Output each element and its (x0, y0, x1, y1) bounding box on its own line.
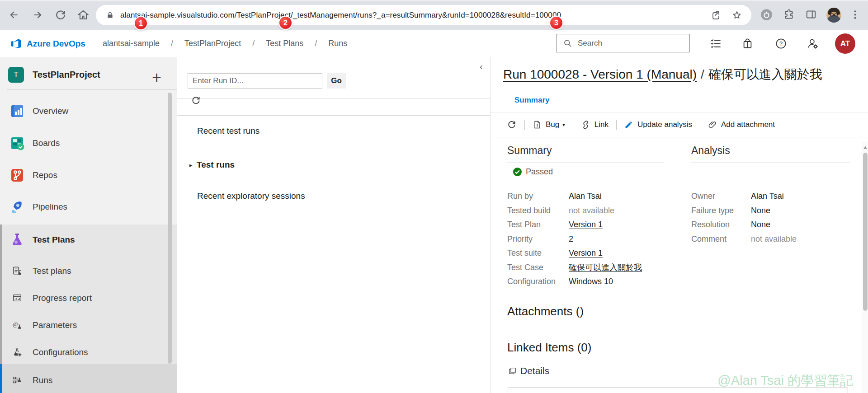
field-row: Tested buildnot available (507, 204, 642, 218)
extensions-puzzle-icon[interactable] (783, 9, 795, 20)
update-analysis-button[interactable]: Update analysis (624, 120, 692, 129)
tab-summary[interactable]: Summary (514, 96, 549, 105)
go-button[interactable]: Go (327, 73, 346, 89)
list-group-test-runs[interactable]: Test runs (197, 160, 235, 170)
sidebar-item-runs[interactable]: Runs (0, 365, 177, 393)
outcome-label: Passed (526, 167, 553, 177)
url-bar[interactable]: alantsai-sample.visualstudio.com/TestPla… (96, 5, 751, 25)
sidebar-item-configurations[interactable]: Configurations (0, 337, 177, 368)
work-items-list-icon[interactable] (710, 37, 722, 50)
test-plan-link[interactable]: Version 1 (569, 220, 603, 229)
bug-button-label: Bug (546, 120, 559, 129)
breadcrumb-separator: / (171, 39, 173, 48)
sidebar-item-test-plans[interactable]: Test Plans (0, 224, 177, 256)
search-box[interactable] (556, 34, 690, 52)
boards-icon (9, 135, 25, 151)
details-expander[interactable]: Details (508, 365, 549, 376)
field-row: ConfigurationWindows 10 (507, 275, 642, 289)
account-avatar[interactable]: AT (835, 33, 855, 54)
field-label: Test Case (507, 263, 569, 272)
link-button[interactable]: Link (581, 120, 609, 130)
collapse-panel-icon[interactable]: ‹ (480, 61, 483, 72)
extension-disc-icon[interactable] (760, 9, 772, 20)
sidebar-item-repos[interactable]: Repos (0, 159, 177, 191)
sidebar-item-label: Pipelines (33, 202, 67, 212)
svg-text:?: ? (779, 40, 783, 47)
refresh-runs-icon[interactable] (191, 95, 201, 106)
azure-devops-header: Azure DevOps alantsai-sample / TestPlanP… (0, 30, 868, 57)
forward-icon[interactable] (32, 9, 43, 21)
side-panel-icon[interactable] (805, 9, 817, 20)
watermark: @Alan Tsai 的學習筆記 (717, 372, 853, 390)
project-name: TestPlanProject (33, 70, 100, 80)
field-row: Run byAlan Tsai (507, 189, 642, 204)
sidebar-item-label: Test Plans (33, 235, 75, 245)
runs-icon (12, 375, 23, 386)
browser-profile-avatar[interactable] (826, 8, 841, 23)
chevron-down-icon: ▾ (562, 122, 565, 128)
breadcrumb-test-plans[interactable]: Test Plans (266, 39, 303, 48)
field-value: Windows 10 (569, 277, 613, 286)
test-suite-link[interactable]: Version 1 (569, 248, 603, 258)
browser-chrome: alantsai-sample.visualstudio.com/TestPla… (0, 0, 868, 31)
add-attachment-label: Add attachment (721, 120, 775, 129)
pipelines-icon (9, 199, 25, 215)
svg-text:@: @ (13, 321, 18, 328)
link-button-label: Link (594, 120, 609, 129)
breadcrumb-project[interactable]: TestPlanProject (184, 39, 241, 48)
marketplace-bag-icon[interactable] (741, 37, 754, 50)
divider (7, 89, 177, 90)
sidebar-item-label: Progress report (33, 293, 92, 303)
test-case-link[interactable]: 確保可以進入關於我 (569, 262, 642, 273)
breadcrumb-runs[interactable]: Runs (328, 39, 347, 48)
run-id-input[interactable] (188, 73, 322, 89)
back-icon[interactable] (8, 9, 20, 21)
bug-button[interactable]: Bug ▾ (533, 120, 565, 129)
result-scrollbar-thumb[interactable] (863, 153, 868, 311)
help-icon[interactable]: ? (775, 37, 787, 50)
test-plans-doc-icon (12, 266, 23, 276)
azure-devops-home-link[interactable]: Azure DevOps (10, 30, 85, 57)
expander-triangle-icon[interactable]: ▸ (189, 162, 193, 168)
project-sidebar: T TestPlanProject + Overview Boards Repo… (0, 57, 177, 393)
add-project-button[interactable]: + (152, 73, 161, 82)
list-item-recent-test-runs[interactable]: Recent test runs (197, 126, 259, 136)
field-label: Priority (507, 234, 569, 244)
paperclip-icon (708, 120, 717, 129)
search-input[interactable] (577, 38, 669, 48)
reload-icon[interactable] (55, 9, 66, 21)
scrollbar-up-arrow-icon[interactable] (863, 146, 867, 149)
sidebar-item-boards[interactable]: Boards (0, 127, 177, 159)
browser-menu-kebab-icon[interactable] (849, 9, 861, 21)
field-value: Alan Tsai (569, 192, 602, 201)
list-item-recent-exploratory-sessions[interactable]: Recent exploratory sessions (197, 191, 305, 201)
divider (177, 98, 490, 98)
field-row: Test Case確保可以進入關於我 (507, 261, 642, 275)
overview-icon (9, 103, 25, 119)
share-icon[interactable] (710, 10, 721, 21)
field-value: not available (751, 234, 797, 244)
breadcrumb-org[interactable]: alantsai-sample (103, 39, 160, 48)
annotation-badge-2: 2 (279, 17, 292, 29)
run-title-link[interactable]: Run 1000028 - Version 1 (Manual) (503, 67, 697, 81)
home-icon[interactable] (77, 9, 89, 21)
search-icon (563, 38, 572, 48)
summary-fields: Run byAlan Tsai Tested buildnot availabl… (507, 189, 642, 289)
project-header: T TestPlanProject (8, 67, 100, 83)
annotation-badge-1: 1 (135, 17, 147, 29)
outcome-row: Passed (513, 167, 553, 177)
sidebar-item-pipelines[interactable]: Pipelines (0, 191, 177, 223)
add-attachment-button[interactable]: Add attachment (708, 120, 775, 129)
user-settings-icon[interactable] (807, 37, 819, 50)
breadcrumb-separator: / (252, 39, 255, 48)
sidebar-item-overview[interactable]: Overview (0, 95, 177, 127)
refresh-result-button[interactable] (507, 120, 517, 130)
analysis-column-heading: Analysis (691, 145, 850, 163)
configurations-icon (12, 347, 23, 358)
screen: alantsai-sample.visualstudio.com/TestPla… (0, 0, 868, 393)
breadcrumb: alantsai-sample / TestPlanProject / Test… (103, 30, 347, 57)
bookmark-star-icon[interactable] (731, 10, 742, 21)
sidebar-item-label: Runs (33, 375, 52, 385)
result-toolbar: Bug ▾ Link Update analysis (507, 112, 775, 137)
field-row: Failure typeNone (691, 204, 797, 218)
